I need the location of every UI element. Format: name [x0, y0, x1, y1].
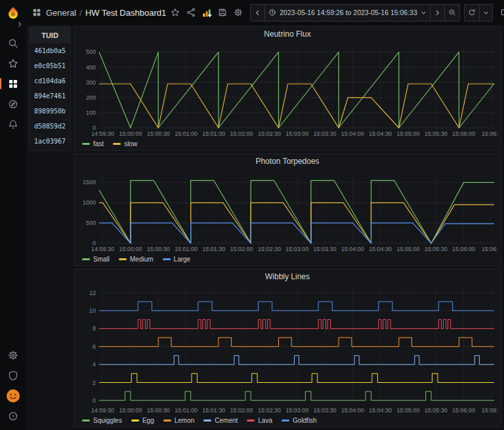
sidebar-item-alerting[interactable] [0, 114, 26, 134]
legend-swatch [131, 420, 139, 421]
table-row: 461db0a5 [30, 43, 70, 58]
star-dashboard-button[interactable] [167, 4, 183, 21]
star-icon [171, 8, 180, 17]
sidebar-item-explore[interactable] [0, 94, 26, 114]
sidebar-item-server-admin[interactable] [0, 365, 26, 385]
svg-text:15:03:00: 15:03:00 [285, 246, 308, 252]
panel-legend: fastslow [74, 138, 501, 150]
dashboard-settings-button[interactable] [230, 4, 246, 21]
star-icon [8, 58, 18, 69]
svg-text:14:59:30: 14:59:30 [91, 130, 114, 137]
save-icon [218, 8, 227, 17]
refresh-button[interactable] [465, 5, 479, 21]
time-shift-back-button[interactable] [251, 5, 264, 21]
svg-text:15:05:30: 15:05:30 [425, 407, 448, 414]
sidebar-item-profile[interactable] [0, 385, 26, 406]
svg-text:15:02:00: 15:02:00 [230, 407, 253, 414]
svg-text:15:03:30: 15:03:30 [313, 130, 336, 137]
legend-item-squiggles[interactable]: Squiggles [82, 417, 122, 424]
svg-text:100: 100 [86, 109, 96, 116]
chevron-down-icon [421, 10, 427, 16]
legend-item-goldfish[interactable]: Goldfish [282, 417, 317, 424]
save-dashboard-button[interactable] [215, 4, 230, 21]
svg-text:15:03:30: 15:03:30 [313, 407, 336, 414]
legend-item-medium[interactable]: Medium [119, 256, 154, 263]
panel-title[interactable]: Wibbly Lines [74, 269, 501, 284]
left-column: TUID 461db0a5e0c05b51cd104da6894e7461898… [29, 26, 71, 427]
zoom-out-button[interactable] [444, 5, 459, 21]
svg-text:6: 6 [93, 343, 96, 350]
sidebar-item-configuration[interactable] [0, 345, 26, 365]
time-series-plot[interactable]: 02468101214:59:3015:00:0015:00:3015:01:0… [77, 284, 498, 414]
time-shift-forward-button[interactable] [430, 5, 444, 21]
panel-title[interactable]: Neutrino Flux [74, 27, 501, 41]
table-row: 8989950b [30, 104, 70, 119]
svg-text:15:00:00: 15:00:00 [119, 246, 142, 252]
svg-text:15:01:00: 15:01:00 [175, 130, 198, 137]
breadcrumb-separator: / [79, 8, 82, 18]
legend-item-fast[interactable]: fast [82, 140, 104, 147]
apps-grid-icon [32, 8, 41, 17]
sidebar-expand-arrow[interactable] [16, 20, 23, 28]
svg-text:15:02:30: 15:02:30 [258, 407, 281, 414]
time-range-button[interactable]: 2023-05-16 14:59:26 to 2023-05-16 15:06:… [264, 5, 430, 21]
svg-text:15:02:30: 15:02:30 [258, 130, 281, 137]
add-panel-button[interactable] [199, 4, 215, 21]
right-column: Neutrino Flux 010020030040050014:59:3015… [74, 26, 501, 427]
sidebar-item-starred[interactable] [0, 53, 26, 73]
legend-swatch [203, 420, 211, 421]
svg-text:0: 0 [93, 397, 96, 404]
svg-text:500: 500 [86, 49, 96, 55]
svg-text:15:01:30: 15:01:30 [202, 246, 225, 252]
legend-item-slow[interactable]: slow [113, 140, 137, 147]
legend-swatch [119, 258, 127, 260]
add-panel-icon [202, 8, 212, 18]
svg-text:15:04:00: 15:04:00 [341, 246, 364, 252]
apps-button[interactable] [29, 4, 45, 21]
svg-text:15:01:00: 15:01:00 [175, 407, 198, 414]
svg-text:15:03:30: 15:03:30 [313, 246, 336, 252]
sidebar-item-dashboards[interactable] [0, 73, 26, 94]
svg-text:500: 500 [86, 220, 96, 226]
grafana-app: ? General / HW Test Dashboard1 [0, 0, 504, 430]
grafana-flame-icon [5, 5, 21, 21]
legend-item-cement[interactable]: Cement [203, 417, 238, 424]
svg-text:15:04:30: 15:04:30 [369, 407, 392, 414]
svg-text:8: 8 [93, 325, 96, 332]
legend-item-small[interactable]: Small [82, 256, 110, 263]
time-series-plot[interactable]: 010020030040050014:59:3015:00:0015:00:30… [77, 41, 498, 138]
panel-title[interactable]: Photon Torpedoes [74, 154, 501, 168]
svg-text:15:02:30: 15:02:30 [258, 246, 281, 252]
sidebar-item-help[interactable]: ? [0, 406, 26, 426]
refresh-group [464, 4, 493, 22]
svg-text:15:05:30: 15:05:30 [425, 246, 448, 252]
legend-swatch [113, 143, 121, 145]
dashboards-grid-icon [8, 79, 18, 89]
svg-text:15:06:00: 15:06:00 [452, 130, 475, 137]
main-area: General / HW Test Dashboard1 [26, 0, 504, 430]
svg-text:15:04:00: 15:04:00 [341, 130, 364, 137]
sidebar-top-group [0, 33, 26, 134]
legend-swatch [282, 420, 289, 421]
share-dashboard-button[interactable] [183, 4, 199, 21]
time-series-plot[interactable]: 05001000150014:59:3015:00:0015:00:3015:0… [77, 168, 498, 253]
breadcrumb-folder[interactable]: General [46, 8, 76, 18]
tuid-column-header[interactable]: TUID [30, 27, 70, 43]
chevron-down-icon [483, 10, 489, 16]
chevron-left-icon [254, 9, 261, 16]
bell-icon [8, 119, 18, 130]
legend-item-large[interactable]: Large [163, 256, 191, 263]
sidebar-item-search[interactable] [0, 33, 26, 53]
legend-item-lemon[interactable]: Lemon [163, 417, 195, 424]
svg-text:15:00:30: 15:00:30 [147, 130, 170, 137]
legend-item-egg[interactable]: Egg [131, 417, 154, 424]
svg-text:15:01:30: 15:01:30 [202, 130, 225, 137]
table-row: d50859d2 [30, 119, 70, 134]
panel-legend: SmallMediumLarge [74, 253, 501, 265]
refresh-interval-button[interactable] [479, 5, 492, 21]
tv-mode-button[interactable] [498, 4, 504, 21]
dashboard-title[interactable]: HW Test Dashboard1 [85, 8, 166, 18]
legend-item-lava[interactable]: Lava [247, 417, 272, 424]
time-range-text: 2023-05-16 14:59:26 to 2023-05-16 15:06:… [280, 9, 417, 16]
table-row: cd104da6 [30, 73, 70, 88]
